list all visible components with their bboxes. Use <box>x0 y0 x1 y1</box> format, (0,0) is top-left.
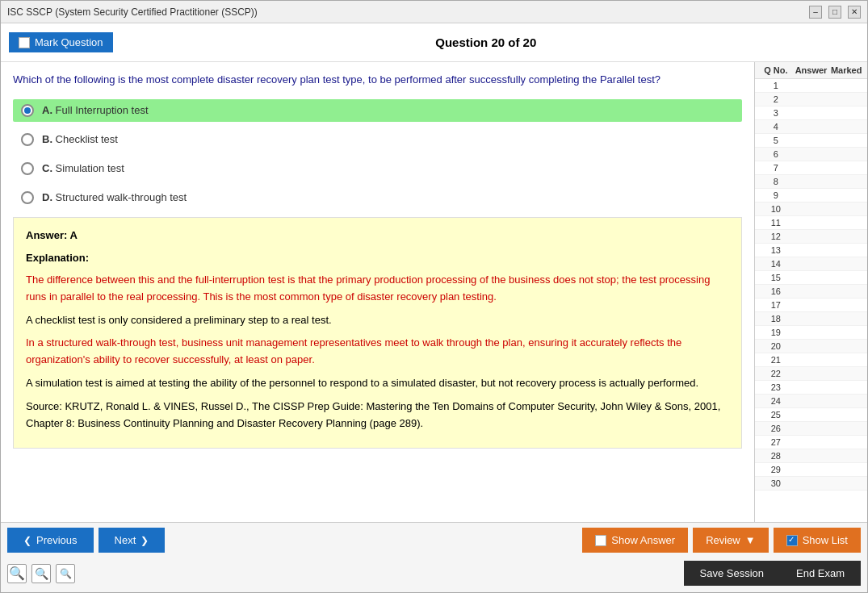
sidebar-row[interactable]: 16 <box>755 285 867 299</box>
sidebar-row-marked <box>828 341 864 351</box>
sidebar-row-qno: 4 <box>758 122 794 132</box>
sidebar-row[interactable]: 23 <box>755 381 867 395</box>
option-a-label: A. Full Interruption test <box>42 104 149 116</box>
show-answer-label: Show Answer <box>611 534 675 546</box>
app-window: ISC SSCP (System Security Certified Prac… <box>0 0 868 593</box>
sidebar-row-answer <box>794 396 829 406</box>
zoom-reset-button[interactable]: 🔍 <box>31 564 51 583</box>
sidebar-row-qno: 15 <box>758 273 794 282</box>
sidebar-row-marked <box>828 355 864 365</box>
review-button[interactable]: Review ▼ <box>693 528 769 553</box>
close-button[interactable]: ✕ <box>848 6 861 19</box>
sidebar-col-answer: Answer <box>794 65 829 75</box>
zoom-increase-icon: 🔍 <box>60 568 72 579</box>
sidebar-row[interactable]: 12 <box>755 230 867 244</box>
show-list-button[interactable]: Show List <box>774 528 861 553</box>
show-answer-button[interactable]: Show Answer <box>582 528 688 553</box>
sidebar-row[interactable]: 18 <box>755 312 867 326</box>
sidebar-row-qno: 10 <box>758 204 794 214</box>
sidebar-row[interactable]: 3 <box>755 106 867 120</box>
sidebar-row[interactable]: 1 <box>755 79 867 93</box>
maximize-button[interactable]: □ <box>828 6 841 19</box>
sidebar-row[interactable]: 28 <box>755 449 867 463</box>
previous-button[interactable]: ❮ Previous <box>7 528 94 553</box>
save-session-label: Save Session <box>700 567 765 579</box>
radio-b <box>21 133 34 146</box>
sidebar-row[interactable]: 22 <box>755 367 867 381</box>
sidebar-row[interactable]: 11 <box>755 216 867 230</box>
explanation-header: Explanation: <box>26 250 729 267</box>
sidebar-row-answer <box>794 355 829 365</box>
sidebar-row[interactable]: 19 <box>755 326 867 340</box>
sidebar-row[interactable]: 20 <box>755 340 867 353</box>
option-c[interactable]: C. Simulation test <box>13 157 742 180</box>
sidebar-row[interactable]: 29 <box>755 463 867 477</box>
explanation-para3: In a structured walk-through test, busin… <box>26 335 729 369</box>
sidebar-row[interactable]: 10 <box>755 203 867 216</box>
option-a[interactable]: A. Full Interruption test <box>13 99 742 122</box>
zoom-decrease-button[interactable]: 🔍 <box>7 564 27 583</box>
sidebar-row-qno: 17 <box>758 300 794 310</box>
mark-question-button[interactable]: Mark Question <box>9 32 113 52</box>
sidebar-row-answer <box>794 437 829 447</box>
minimize-button[interactable]: – <box>809 6 822 19</box>
title-bar: ISC SSCP (System Security Certified Prac… <box>1 1 867 23</box>
sidebar-row-answer <box>794 328 829 337</box>
sidebar-row[interactable]: 30 <box>755 477 867 491</box>
sidebar-row-qno: 12 <box>758 232 794 241</box>
explanation-para4: A simulation test is aimed at testing th… <box>26 375 729 392</box>
sidebar-row-marked <box>828 286 864 296</box>
sidebar-row[interactable]: 5 <box>755 134 867 148</box>
sidebar-row[interactable]: 8 <box>755 175 867 189</box>
next-button[interactable]: Next ❯ <box>99 528 166 553</box>
sidebar-row-qno: 20 <box>758 341 794 351</box>
sidebar-list[interactable]: 1 2 3 4 5 6 7 8 <box>755 79 867 522</box>
option-d[interactable]: D. Structured walk-through test <box>13 186 742 209</box>
sidebar-row-marked <box>828 81 864 90</box>
sidebar-row[interactable]: 2 <box>755 93 867 106</box>
sidebar-row[interactable]: 14 <box>755 257 867 271</box>
sidebar-row-answer <box>794 451 829 461</box>
sidebar-row-answer <box>794 300 829 310</box>
sidebar-row-marked <box>828 478 864 488</box>
sidebar-row-marked <box>828 259 864 269</box>
sidebar-row-answer <box>794 273 829 282</box>
sidebar-row[interactable]: 6 <box>755 148 867 161</box>
sidebar-row[interactable]: 17 <box>755 299 867 312</box>
sidebar-row-qno: 26 <box>758 424 794 433</box>
zoom-increase-button[interactable]: 🔍 <box>56 564 75 583</box>
sidebar-row-answer <box>794 177 829 186</box>
sidebar-row-marked <box>828 382 864 392</box>
sidebar-row-answer <box>794 410 829 420</box>
sidebar-row[interactable]: 13 <box>755 244 867 257</box>
sidebar-row[interactable]: 24 <box>755 395 867 408</box>
option-d-label: D. Structured walk-through test <box>42 191 187 203</box>
sidebar-row[interactable]: 4 <box>755 120 867 134</box>
sidebar-row-qno: 21 <box>758 355 794 365</box>
sidebar: Q No. Answer Marked 1 2 3 4 5 6 <box>754 62 867 522</box>
sidebar-row[interactable]: 25 <box>755 408 867 422</box>
sidebar-row-marked <box>828 108 864 118</box>
save-session-button[interactable]: Save Session <box>684 561 781 586</box>
show-answer-checkbox-icon <box>595 535 606 546</box>
sidebar-row-marked <box>828 190 864 200</box>
sidebar-row-answer <box>794 478 829 488</box>
sidebar-row-marked <box>828 204 864 214</box>
zoom-decrease-icon: 🔍 <box>9 566 25 581</box>
sidebar-row-qno: 7 <box>758 163 794 173</box>
mark-question-label: Mark Question <box>35 36 103 48</box>
question-area: Which of the following is the most compl… <box>1 62 754 522</box>
sidebar-row[interactable]: 27 <box>755 436 867 449</box>
sidebar-row[interactable]: 15 <box>755 271 867 285</box>
option-b[interactable]: B. Checklist test <box>13 128 742 151</box>
sidebar-row-marked <box>828 328 864 337</box>
sidebar-row[interactable]: 21 <box>755 353 867 367</box>
end-exam-button[interactable]: End Exam <box>780 561 861 586</box>
sidebar-row[interactable]: 9 <box>755 189 867 203</box>
sidebar-row[interactable]: 7 <box>755 161 867 175</box>
sidebar-row-marked <box>828 396 864 406</box>
sidebar-col-qno: Q No. <box>758 65 794 75</box>
sidebar-row[interactable]: 26 <box>755 422 867 436</box>
sidebar-row-qno: 18 <box>758 314 794 324</box>
app-title: ISC SSCP (System Security Certified Prac… <box>7 6 258 18</box>
